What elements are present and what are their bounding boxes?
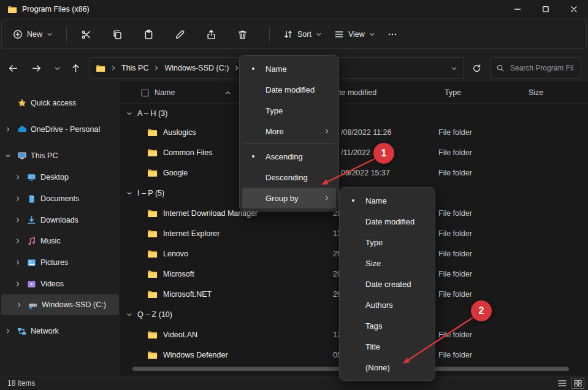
sort-arrows-icon (283, 29, 293, 39)
group-by-item-name[interactable]: Name (342, 190, 432, 211)
group-by-item-date-created[interactable]: Date created (342, 273, 432, 294)
sidebar-item-downloads[interactable]: Downloads (0, 210, 120, 231)
group-by-item-size[interactable]: Size (342, 253, 432, 273)
chevron-down-icon (126, 190, 132, 196)
view-button[interactable]: View (328, 25, 381, 44)
more-options-button[interactable] (381, 25, 403, 44)
file-row[interactable]: Auslogics /08/2022 11:26 File folder (120, 122, 588, 142)
drive-icon (28, 300, 37, 310)
sidebar-item-this-pc[interactable]: This PC (0, 145, 120, 166)
sort-menu-item-date-modified[interactable]: Date modified (242, 79, 336, 100)
sidebar-item-videos[interactable]: Videos (0, 273, 120, 294)
view-button-label: View (348, 30, 365, 39)
status-bar: 18 items (0, 376, 588, 390)
window-controls (503, 0, 588, 18)
command-bar: New Sort View (1, 20, 587, 49)
back-button[interactable] (5, 60, 21, 76)
cut-button[interactable] (74, 24, 97, 45)
sort-menu-item-type[interactable]: Type (242, 100, 336, 121)
folder-icon (147, 248, 158, 259)
group-by-item-tags[interactable]: Tags (342, 315, 432, 336)
sidebar-item-network[interactable]: Network (0, 321, 120, 342)
sidebar-item-windows-ssd[interactable]: Windows-SSD (C:) (1, 294, 119, 315)
group-by-item-type[interactable]: Type (342, 232, 432, 253)
delete-button[interactable] (231, 24, 254, 45)
sort-button[interactable]: Sort (277, 25, 328, 44)
chevron-down-icon (316, 31, 322, 37)
sidebar-item-pictures[interactable]: Pictures (0, 252, 120, 273)
sort-menu-item-more[interactable]: More (242, 121, 336, 142)
sort-menu-item-name[interactable]: Name (242, 58, 336, 79)
folder-icon (147, 228, 158, 239)
forward-button[interactable] (28, 60, 44, 76)
group-by-item-date-modified[interactable]: Date modified (342, 211, 432, 232)
sidebar-item-documents[interactable]: Documents (0, 188, 120, 209)
column-header-name[interactable]: Name (155, 82, 175, 103)
file-name: Microsoft (163, 270, 194, 278)
group-by-submenu: Name Date modified Type Size Date create… (339, 187, 435, 381)
radio-dot-icon (352, 199, 354, 202)
download-arrow-icon (27, 216, 36, 225)
select-all-checkbox[interactable] (141, 82, 149, 103)
group-label: A – H (3) (137, 109, 167, 118)
file-type: File folder (438, 324, 472, 345)
close-button[interactable] (560, 0, 588, 18)
maximize-button[interactable] (532, 0, 560, 18)
sidebar-item-music[interactable]: Music (0, 231, 120, 251)
sort-menu-item-descending[interactable]: Descending (242, 167, 336, 188)
address-dropdown-chevron[interactable] (451, 65, 457, 72)
file-type: File folder (438, 122, 472, 142)
submenu-chevron-icon (324, 128, 330, 134)
chevron-right-icon (15, 259, 21, 266)
chevron-down-icon (47, 31, 53, 37)
file-type: File folder (438, 345, 472, 365)
file-type: File folder (438, 223, 472, 243)
chevron-right-icon (153, 65, 159, 71)
group-by-item-none[interactable]: (None) (342, 357, 432, 378)
file-type: File folder (438, 162, 472, 183)
toolbar-divider (269, 27, 270, 42)
up-button[interactable] (67, 60, 83, 76)
document-icon (27, 194, 36, 204)
chevron-down-icon (5, 153, 11, 159)
file-row[interactable]: Google 09/2022 15:37 File folder (120, 162, 588, 183)
file-name: Common Files (163, 148, 213, 157)
chevron-right-icon (15, 217, 21, 223)
column-header-type[interactable]: Type (445, 82, 461, 103)
recent-locations-chevron[interactable] (49, 60, 65, 76)
breadcrumb-this-pc[interactable]: This PC (121, 64, 148, 72)
group-header[interactable]: A – H (3) (120, 103, 588, 123)
search-box[interactable] (491, 57, 581, 79)
group-by-item-authors[interactable]: Authors (342, 294, 432, 315)
file-row[interactable]: Common Files /11/2022 File folder (120, 142, 588, 162)
sidebar-item-quick-access[interactable]: Quick access (0, 93, 120, 113)
file-date: /08/2022 11:26 (341, 122, 391, 142)
picture-icon (27, 258, 36, 267)
new-button[interactable]: New (7, 25, 59, 44)
column-header-size[interactable]: Size (529, 82, 543, 103)
paste-button[interactable] (137, 24, 160, 45)
sidebar-item-label: This PC (31, 151, 58, 160)
plus-circle-icon (13, 29, 23, 39)
rename-button[interactable] (168, 24, 191, 45)
share-button[interactable] (199, 24, 223, 45)
sidebar-item-desktop[interactable]: Desktop (0, 167, 120, 188)
menu-separator (243, 143, 335, 144)
file-date: /11/2022 (341, 142, 370, 162)
sort-context-menu: Name Date modified Type More Ascending D… (239, 55, 339, 212)
refresh-button[interactable] (468, 60, 484, 76)
sort-menu-item-group-by[interactable]: Group by (242, 188, 336, 208)
app-folder-icon (7, 4, 17, 14)
large-icons-view-toggle[interactable] (571, 378, 584, 389)
sidebar-item-onedrive[interactable]: OneDrive - Personal (0, 119, 120, 140)
ellipsis-icon (388, 29, 397, 39)
group-by-item-title[interactable]: Title (342, 336, 432, 357)
video-icon (27, 280, 36, 289)
search-input[interactable] (509, 63, 576, 73)
minimize-button[interactable] (503, 0, 532, 18)
copy-button[interactable] (105, 24, 129, 45)
breadcrumb-drive[interactable]: Windows-SSD (C:) (164, 64, 229, 72)
search-icon (496, 64, 505, 72)
details-view-toggle[interactable] (556, 378, 568, 388)
sort-menu-item-ascending[interactable]: Ascending (242, 146, 336, 167)
